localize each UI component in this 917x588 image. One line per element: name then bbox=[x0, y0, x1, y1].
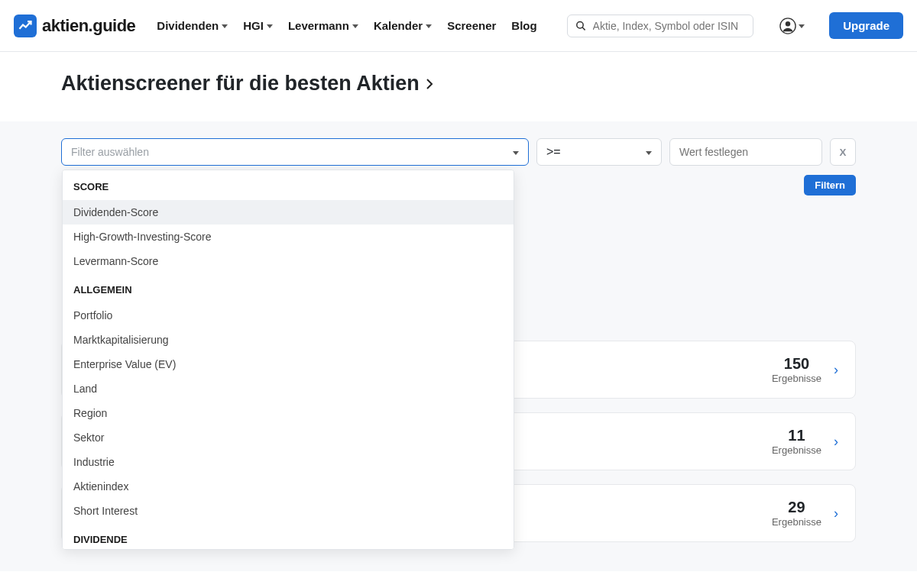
page-title: Aktienscreener für die besten Aktien bbox=[61, 72, 856, 95]
dropdown-item[interactable]: Marktkapitalisierung bbox=[63, 328, 514, 352]
nav-screener[interactable]: Screener bbox=[447, 19, 496, 32]
caret-down-icon bbox=[513, 151, 519, 155]
dropdown-item[interactable]: High-Growth-Investing-Score bbox=[63, 225, 514, 249]
nav-dividenden[interactable]: Dividenden bbox=[157, 19, 228, 32]
page-header: Aktienscreener für die besten Aktien bbox=[0, 52, 917, 121]
nav-blog[interactable]: Blog bbox=[511, 19, 536, 32]
result-count: 150Ergebnisse bbox=[772, 355, 821, 384]
result-label: Ergebnisse bbox=[772, 516, 821, 528]
logo-icon bbox=[14, 15, 37, 37]
value-input[interactable] bbox=[669, 138, 822, 166]
dropdown-item[interactable]: Short Interest bbox=[63, 499, 514, 523]
nav-label: Screener bbox=[447, 19, 496, 32]
nav-levermann[interactable]: Levermann bbox=[288, 19, 358, 32]
svg-point-0 bbox=[577, 21, 583, 27]
dropdown-item[interactable]: Enterprise Value (EV) bbox=[63, 352, 514, 376]
filter-row: Filter auswählen SCOREDividenden-ScoreHi… bbox=[61, 138, 856, 166]
caret-down-icon bbox=[646, 151, 652, 155]
result-number: 29 bbox=[772, 499, 821, 516]
chevron-down-icon bbox=[222, 24, 228, 28]
user-menu[interactable] bbox=[779, 18, 805, 34]
dropdown-item[interactable]: Portfolio bbox=[63, 303, 514, 328]
chevron-down-icon bbox=[352, 24, 358, 28]
clear-filter-button[interactable]: X bbox=[830, 138, 856, 166]
navbar: aktien.guide Dividenden HGI Levermann Ka… bbox=[0, 0, 917, 52]
result-number: 11 bbox=[772, 427, 821, 444]
card-right: 11Ergebnisse› bbox=[772, 427, 838, 456]
result-count: 11Ergebnisse bbox=[772, 427, 821, 456]
nav-kalender[interactable]: Kalender bbox=[374, 19, 432, 32]
nav-label: HGI bbox=[243, 19, 264, 32]
dropdown-item[interactable]: Region bbox=[63, 401, 514, 425]
dropdown-group-header: DIVIDENDE bbox=[63, 523, 514, 550]
chevron-right-icon: › bbox=[834, 362, 838, 378]
chevron-right-icon: › bbox=[834, 434, 838, 450]
dropdown-group-header: SCORE bbox=[63, 170, 514, 200]
svg-point-3 bbox=[786, 21, 790, 26]
logo-text: aktien.guide bbox=[42, 16, 135, 36]
nav-label: Kalender bbox=[374, 19, 423, 32]
apply-filter-button[interactable]: Filtern bbox=[804, 175, 856, 195]
svg-line-1 bbox=[582, 27, 585, 30]
dropdown-item[interactable]: Land bbox=[63, 376, 514, 401]
nav-label: Dividenden bbox=[157, 19, 219, 32]
result-label: Ergebnisse bbox=[772, 444, 821, 456]
filter-dropdown[interactable]: SCOREDividenden-ScoreHigh-Growth-Investi… bbox=[62, 170, 514, 550]
card-right: 150Ergebnisse› bbox=[772, 355, 838, 384]
dropdown-item[interactable]: Levermann-Score bbox=[63, 249, 514, 273]
operator-select[interactable]: >= bbox=[536, 138, 662, 166]
dropdown-item[interactable]: Dividenden-Score bbox=[63, 200, 514, 225]
page-title-text: Aktienscreener für die besten Aktien bbox=[61, 72, 420, 95]
result-label: Ergebnisse bbox=[772, 373, 821, 384]
user-icon bbox=[779, 18, 796, 34]
filter-select[interactable]: Filter auswählen SCOREDividenden-ScoreHi… bbox=[61, 138, 529, 166]
result-count: 29Ergebnisse bbox=[772, 499, 821, 528]
card-right: 29Ergebnisse› bbox=[772, 499, 838, 528]
dropdown-group-header: ALLGEMEIN bbox=[63, 273, 514, 303]
search-icon bbox=[575, 20, 586, 32]
operator-value: >= bbox=[546, 145, 561, 159]
filter-zone: Filter auswählen SCOREDividenden-ScoreHi… bbox=[0, 121, 917, 195]
chevron-right-icon bbox=[426, 78, 433, 90]
nav-links: Dividenden HGI Levermann Kalender Screen… bbox=[157, 19, 536, 32]
chevron-right-icon: › bbox=[834, 506, 838, 522]
filter-placeholder: Filter auswählen bbox=[71, 146, 149, 158]
chevron-down-icon bbox=[426, 24, 432, 28]
logo[interactable]: aktien.guide bbox=[14, 15, 135, 37]
dropdown-item[interactable]: Aktienindex bbox=[63, 474, 514, 499]
dropdown-item[interactable]: Industrie bbox=[63, 450, 514, 474]
upgrade-button[interactable]: Upgrade bbox=[829, 12, 903, 39]
nav-hgi[interactable]: HGI bbox=[243, 19, 273, 32]
chevron-down-icon bbox=[267, 24, 273, 28]
result-number: 150 bbox=[772, 355, 821, 373]
search-input[interactable] bbox=[593, 20, 746, 32]
chevron-down-icon bbox=[799, 24, 805, 28]
nav-label: Blog bbox=[511, 19, 536, 32]
dropdown-item[interactable]: Sektor bbox=[63, 425, 514, 450]
nav-label: Levermann bbox=[288, 19, 349, 32]
search-box[interactable] bbox=[567, 15, 753, 37]
